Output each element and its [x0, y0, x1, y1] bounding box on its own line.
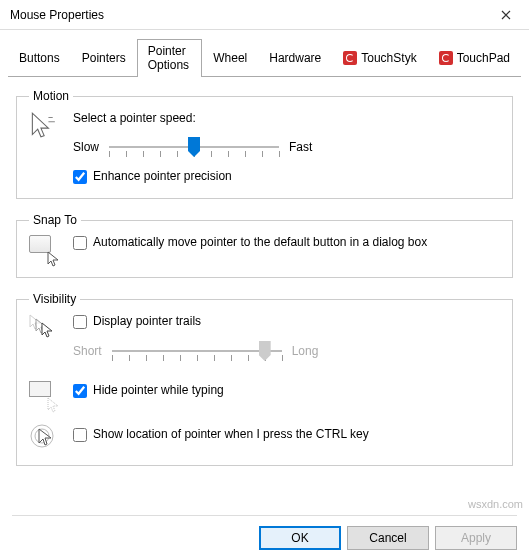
snapto-legend: Snap To — [29, 213, 81, 227]
snapto-label: Automatically move pointer to the defaul… — [93, 235, 427, 249]
tab-label: TouchStyk — [361, 51, 416, 65]
tab-buttons[interactable]: Buttons — [8, 39, 71, 77]
fast-label: Fast — [289, 140, 312, 154]
cancel-button[interactable]: Cancel — [347, 526, 429, 550]
visibility-legend: Visibility — [29, 292, 80, 306]
snapto-row[interactable]: Automatically move pointer to the defaul… — [73, 235, 500, 250]
pointer-speed-icon — [29, 111, 55, 141]
pointer-trails-icon — [29, 314, 63, 342]
tab-label: Hardware — [269, 51, 321, 65]
hide-while-typing-icon — [29, 381, 59, 409]
slow-label: Slow — [73, 140, 99, 154]
ctrl-locate-label: Show location of pointer when I press th… — [93, 427, 369, 441]
synaptics-icon — [439, 51, 453, 65]
close-icon — [501, 10, 511, 20]
hide-typing-checkbox[interactable] — [73, 384, 87, 398]
titlebar: Mouse Properties — [0, 0, 529, 30]
enhance-precision-label: Enhance pointer precision — [93, 169, 232, 183]
tab-touchstyk[interactable]: TouchStyk — [332, 39, 427, 77]
snapto-group: Snap To Automatically move pointer to th… — [16, 213, 513, 278]
tab-pointer-options[interactable]: Pointer Options — [137, 39, 202, 77]
tab-wheel[interactable]: Wheel — [202, 39, 258, 77]
pointer-speed-slider[interactable] — [109, 133, 279, 161]
close-button[interactable] — [483, 0, 529, 30]
tab-label: Pointer Options — [148, 44, 191, 72]
dialog-buttons: OK Cancel Apply — [12, 515, 517, 550]
tab-label: Buttons — [19, 51, 60, 65]
enhance-precision-row[interactable]: Enhance pointer precision — [73, 169, 500, 184]
trails-checkbox[interactable] — [73, 315, 87, 329]
ctrl-locate-row[interactable]: Show location of pointer when I press th… — [73, 427, 500, 442]
tab-label: TouchPad — [457, 51, 510, 65]
snapto-icon — [29, 235, 59, 263]
window-title: Mouse Properties — [10, 8, 483, 22]
tab-label: Pointers — [82, 51, 126, 65]
ctrl-locate-checkbox[interactable] — [73, 428, 87, 442]
ctrl-locate-icon — [29, 423, 59, 451]
watermark: wsxdn.com — [468, 498, 523, 510]
enhance-precision-checkbox[interactable] — [73, 170, 87, 184]
pointer-speed-label: Select a pointer speed: — [73, 111, 500, 125]
motion-group: Motion Select a pointer speed: Slow Fast — [16, 89, 513, 199]
hide-typing-label: Hide pointer while typing — [93, 383, 224, 397]
tab-touchpad[interactable]: TouchPad — [428, 39, 521, 77]
long-label: Long — [292, 344, 319, 358]
short-label: Short — [73, 344, 102, 358]
trails-label: Display pointer trails — [93, 314, 201, 328]
visibility-group: Visibility Display pointer trails Short — [16, 292, 513, 466]
synaptics-icon — [343, 51, 357, 65]
hide-typing-row[interactable]: Hide pointer while typing — [73, 383, 500, 398]
tab-content: Motion Select a pointer speed: Slow Fast — [0, 77, 529, 486]
apply-button: Apply — [435, 526, 517, 550]
trail-length-slider — [112, 337, 282, 365]
tab-strip: Buttons Pointers Pointer Options Wheel H… — [8, 38, 521, 77]
ok-button[interactable]: OK — [259, 526, 341, 550]
snapto-checkbox[interactable] — [73, 236, 87, 250]
tab-label: Wheel — [213, 51, 247, 65]
motion-legend: Motion — [29, 89, 73, 103]
tab-pointers[interactable]: Pointers — [71, 39, 137, 77]
trails-row[interactable]: Display pointer trails — [73, 314, 500, 329]
tab-hardware[interactable]: Hardware — [258, 39, 332, 77]
